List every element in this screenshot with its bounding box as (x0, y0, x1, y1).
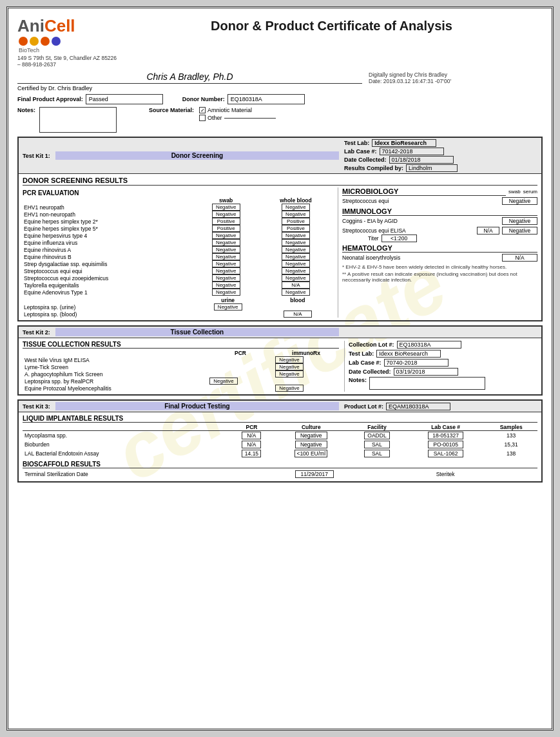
kit3-header: Test Kit 3: Final Product Testing Produc… (19, 401, 541, 412)
tc-row: West Nile Virus IgM ELISANegative (23, 356, 339, 363)
pcr-table: swab whole blood EHV1 neuropath Negative… (23, 197, 333, 296)
logo-ani: Ani (17, 16, 44, 35)
cb-other (199, 115, 206, 121)
strep-elisa-col1: N/A (477, 227, 499, 235)
pcr-row: Equine herpesvirus type 4 Negative Negat… (23, 232, 333, 239)
logo-cell: Cell (44, 16, 75, 35)
fp-row: LAL Bacterial Endotoxin Assay 14.15 <100… (23, 449, 537, 458)
strep-elisa-col2: Negative (502, 227, 537, 235)
footnote2: ** A positive result can indicate exposu… (342, 271, 537, 283)
coggins-value: Negative (502, 217, 537, 225)
logo-icons (19, 37, 121, 46)
tc-row: Leptospira spp. by RealPCRNegative (23, 378, 339, 385)
checkbox-amniotic: Amniotic Material (199, 107, 276, 113)
strep-equi-label: Streptococcus equi (342, 198, 499, 204)
fp-row: Mycoplasma spp. N/A Negative OADDL 18-05… (23, 431, 537, 441)
cert-row: Chris A Bradley, Ph.D Certified by Dr. C… (17, 72, 543, 91)
sterilization-label: Terminal Sterilization Date (23, 470, 229, 479)
logo-icon-1 (19, 37, 28, 46)
signature: Chris A Bradley, Ph.D (17, 72, 362, 84)
kit1-lab-value: Idexx BioResearch (372, 139, 436, 147)
tc-tbody: West Nile Virus IgM ELISANegativeLyme-Ti… (23, 356, 339, 392)
other-line (224, 118, 276, 119)
kit3-section: Test Kit 3: Final Product Testing Produc… (17, 399, 543, 483)
kit2-header: Test Kit 2: Tissue Collection placeholde… (19, 327, 541, 338)
kit2-case-value: 70740-2018 (384, 359, 449, 367)
leptospira-table: urine blood Leptospira sp. (urine) Negat… (23, 297, 333, 318)
micro-title: MICROBIOLOGY (342, 187, 506, 196)
pcr-row: Equine rhinovirus A Negative Negative (23, 246, 333, 253)
certified-by: Certified by Dr. Chris Bradley (17, 85, 362, 91)
tc-row: Equine Protozoal MyeloencephalitisNegati… (23, 385, 339, 392)
source-material: Amniotic Material Other (199, 107, 276, 121)
kit1-results-title: DONOR SCREENING RESULTS (23, 177, 537, 186)
strep-equi-swab: Negative (502, 197, 537, 205)
fp-tbody: Mycoplasma spp. N/A Negative OADDL 18-05… (23, 431, 537, 459)
donor-number-field: Donor Number: EQ180318A (182, 94, 305, 104)
cb-amniotic (199, 107, 206, 113)
header: AniCell BioTech 149 S 79th St, Ste 9, Ch… (17, 16, 543, 68)
fp-table: PCR Culture Facility Lab Case # Samples … (23, 424, 537, 458)
pcr-row: Equine herpes simplex type 2* Positive P… (23, 218, 333, 225)
pcr-row: Streptococcus equi zooepidemicus Negativ… (23, 274, 333, 282)
coggins-label: Coggins - EIA by AGID (342, 218, 499, 224)
pcr-row: Equine Adenovirus Type 1 Negative Negati… (23, 289, 333, 296)
lept-row: Leptospira sp. (urine) Negative (23, 303, 333, 311)
kit2-notes-value (369, 377, 485, 390)
logo-icon-4 (52, 37, 61, 46)
neonatal-label: Neonatal isoerythrolysis (342, 254, 499, 261)
kit3-lot-value: EQAM180318A (386, 403, 450, 410)
tc-table: PCR immunoRx West Nile Virus IgM ELISANe… (23, 350, 339, 392)
page-title: Donor & Product Certificate of Analysis (121, 16, 543, 34)
logo-icon-2 (30, 37, 39, 46)
notes-area: Notes: (17, 107, 117, 133)
sterilization-row: Terminal Sterilization Date 11/29/2017 S… (23, 470, 537, 479)
pcr-row: EHV1 neuropath Negative Negative (23, 204, 333, 211)
pcr-row: Strep dysgalactiae ssp. equisimilis Nega… (23, 260, 333, 267)
immunology-title: IMMUNOLOGY (342, 207, 537, 216)
kit2-lot-value: EQ180318A (397, 341, 461, 349)
donor-number-value: EQ180318A (227, 94, 305, 104)
lept-tbody: Leptospira sp. (urine) Negative Leptospi… (23, 303, 333, 318)
titer-value: <1:200 (381, 235, 417, 242)
kit2-lab-value: Idexx BioResearch (376, 350, 441, 358)
kit1-case-value: 70142-2018 (380, 148, 444, 155)
titer-label: Titer (368, 235, 379, 242)
final-product-value: Passed (86, 94, 163, 104)
pcr-row: Equine rhinovirus B Negative Negative (23, 253, 333, 260)
pcr-row: EHV1 non-neuropath Negative Negative (23, 211, 333, 218)
footnote1: * EHV-2 & EHV-5 have been widely detecte… (342, 264, 537, 270)
lept-row: Leptospira sp. (blood) N/A (23, 311, 333, 318)
pcr-row: Taylorella equigenitalis Negative N/A (23, 282, 333, 289)
pcr-row: Equine herpes simplex type 5* Positive P… (23, 225, 333, 232)
kit3-results-title: LIQUID IMPLANTABLE RESULTS (23, 415, 537, 423)
logo-address: 149 S 79th St, Ste 9, Chandler AZ 85226 … (17, 55, 121, 68)
kit1-date-value: 01/18/2018 (389, 156, 454, 164)
kit1-header: Test Kit 1: Donor Screening Test Lab: Id… (19, 138, 541, 174)
fp-row: Bioburden N/A Negative SAL PO-00105 15,3… (23, 440, 537, 449)
hematology-title: HEMATOLOGY (342, 244, 537, 253)
sterilization-facility: Steritek (436, 471, 455, 477)
logo-icon-3 (41, 37, 50, 46)
kit1-compiled-value: Lindholm (406, 164, 458, 172)
checkbox-other: Other (199, 115, 276, 121)
notes-value (39, 107, 117, 133)
kit2-date-value: 03/19/2018 (394, 368, 458, 376)
bioscaffold-table: Terminal Sterilization Date 11/29/2017 S… (23, 470, 537, 479)
pcr-row: Equine influenza virus Negative Negative (23, 239, 333, 246)
logo-biotech: BioTech (19, 47, 121, 53)
tc-row: A. phagocytophilum Tick ScreenNegative (23, 370, 339, 378)
kit2-section: Test Kit 2: Tissue Collection placeholde… (17, 325, 543, 396)
final-product-field: Final Product Approval: Passed (17, 94, 163, 104)
neonatal-value: N/A (502, 254, 537, 262)
cert-digital: Digitally signed by Chris Bradley Date: … (362, 72, 543, 84)
logo-name: AniCell (17, 16, 121, 36)
kit1-section: Test Kit 1: Donor Screening Test Lab: Id… (17, 137, 543, 321)
pcr-tbody: EHV1 neuropath Negative Negative EHV1 no… (23, 204, 333, 296)
kit2-results-title: TISSUE COLLECTION RESULTS (23, 341, 339, 349)
bioscaffold-title: BIOSCAFFOLD RESULTS (23, 461, 537, 468)
tc-row: Lyme-Tick ScreenNegative (23, 363, 339, 370)
logo-area: AniCell BioTech 149 S 79th St, Ste 9, Ch… (17, 16, 121, 68)
pcr-row: Streptococcus equi equi Negative Negativ… (23, 267, 333, 274)
strep-elisa-label: Streptococcus equi ELISA (342, 227, 474, 234)
